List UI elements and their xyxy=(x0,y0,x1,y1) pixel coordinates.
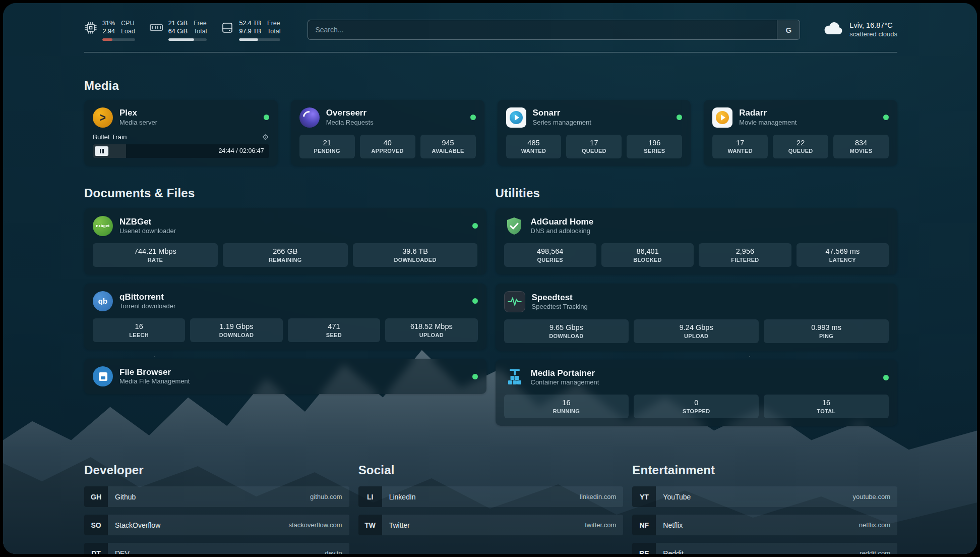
portainer-subtitle: Container management xyxy=(531,378,599,387)
stat-queued: 17 QUEUED xyxy=(566,135,622,158)
memory-progress-bar xyxy=(168,38,207,41)
disk-free-value: 52.4 TB xyxy=(239,19,261,27)
portainer-title: Media Portainer xyxy=(531,368,599,378)
memory-free-label: Free xyxy=(194,19,207,27)
dashboard-screen: 31% 2.94 CPU Load xyxy=(3,3,977,554)
nzbget-title: NZBGet xyxy=(119,216,176,227)
developer-section: Developer GH Github github.com SO StackO… xyxy=(84,463,349,554)
speedtest-icon xyxy=(504,291,525,312)
stat-filtered: 2,956 FILTERED xyxy=(699,243,791,267)
bookmark-twitter[interactable]: TW Twitter twitter.com xyxy=(358,515,624,535)
stat-upload: 618.52 Mbps UPLOAD xyxy=(385,318,477,342)
stat-blocked: 86,401 BLOCKED xyxy=(601,243,694,267)
bookmark-netflix[interactable]: NF Netflix netflix.com xyxy=(632,515,897,535)
top-bar: 31% 2.94 CPU Load xyxy=(84,19,897,41)
sonarr-status-dot xyxy=(677,115,682,120)
overseerr-card[interactable]: Overseerr Media Requests 21 PENDING 40 A… xyxy=(291,100,484,166)
speedtest-card[interactable]: Speedtest Speedtest Tracking 9.65 Gbps D… xyxy=(496,284,898,351)
radarr-icon xyxy=(712,107,732,128)
stat-remaining: 266 GB REMAINING xyxy=(223,243,348,267)
stat-downloaded: 39.6 TB DOWNLOADED xyxy=(353,243,478,267)
stat-queries: 498,564 QUERIES xyxy=(504,243,596,267)
sonarr-card[interactable]: Sonarr Series management 485 WANTED 17 Q… xyxy=(498,100,691,166)
stat-wanted: 485 WANTED xyxy=(506,135,562,158)
bookmark-dev[interactable]: DT DEV dev.to xyxy=(84,543,349,554)
search-input[interactable] xyxy=(308,20,777,39)
portainer-status-dot xyxy=(883,375,889,380)
qbittorrent-status-dot xyxy=(472,298,478,304)
gear-icon[interactable]: ⚙ xyxy=(262,133,269,141)
pause-icon[interactable] xyxy=(95,146,108,156)
nzbget-card[interactable]: nzbget NZBGet Usenet downloader 744.21 M… xyxy=(84,208,486,274)
stat-approved: 40 APPROVED xyxy=(360,135,415,158)
disk-progress-fill xyxy=(239,38,258,41)
stat-wanted: 17 WANTED xyxy=(712,135,768,158)
cpu-progress-fill xyxy=(102,38,112,41)
social-section: Social LI LinkedIn linkedin.com TW Twitt… xyxy=(358,463,624,554)
plex-title: Plex xyxy=(119,107,157,118)
stat-series: 196 SERIES xyxy=(627,135,682,158)
youtube-abbr: YT xyxy=(632,486,656,507)
disk-monitor: 52.4 TB 97.9 TB Free Total xyxy=(221,19,280,41)
cpu-usage-value: 31% xyxy=(102,19,115,27)
stat-available: 945 AVAILABLE xyxy=(420,135,476,158)
stat-upload: 9.24 Gbps UPLOAD xyxy=(634,319,759,343)
reddit-abbr: RE xyxy=(632,543,656,554)
cpu-label: CPU xyxy=(121,19,135,27)
plex-card[interactable]: > Plex Media server Bullet Train ⚙ xyxy=(84,100,278,166)
memory-total-value: 64 GiB xyxy=(168,27,188,35)
search-bar: G xyxy=(308,20,800,40)
background-snow-specks xyxy=(3,3,4,4)
radarr-status-dot xyxy=(883,115,889,120)
plex-icon: > xyxy=(93,107,113,128)
radarr-subtitle: Movie management xyxy=(739,119,797,127)
entertainment-section: Entertainment YT YouTube youtube.com NF … xyxy=(632,463,897,554)
documents-heading: Documents & Files xyxy=(84,186,486,200)
cloud-icon xyxy=(823,21,843,38)
plex-player-time: 24:44 / 02:06:47 xyxy=(218,147,264,154)
nzbget-icon: nzbget xyxy=(93,216,113,236)
nzbget-status-dot xyxy=(472,223,478,229)
adguard-card[interactable]: AdGuard Home DNS and adblocking 498,564 … xyxy=(496,208,898,274)
social-heading: Social xyxy=(358,463,624,477)
filebrowser-card[interactable]: File Browser Media File Management xyxy=(84,359,486,394)
weather-location: Lviv, 16.87°C xyxy=(849,21,897,30)
filebrowser-status-dot xyxy=(472,374,478,379)
dev-abbr: DT xyxy=(84,543,108,554)
stat-seed: 471 SEED xyxy=(288,318,380,342)
portainer-card[interactable]: Media Portainer Container management 16 … xyxy=(496,360,898,426)
filebrowser-icon xyxy=(93,366,113,386)
bookmark-stackoverflow[interactable]: SO StackOverflow stackoverflow.com xyxy=(84,515,349,535)
disk-total-label: Total xyxy=(267,27,280,35)
radarr-title: Radarr xyxy=(739,107,797,118)
filebrowser-title: File Browser xyxy=(119,367,190,377)
stat-movies: 834 MOVIES xyxy=(833,135,889,158)
qbittorrent-icon: qb xyxy=(93,291,113,311)
stat-ping: 0.993 ms PING xyxy=(764,319,889,343)
utilities-heading: Utilities xyxy=(496,186,898,200)
memory-icon xyxy=(149,19,163,36)
search-provider-button[interactable]: G xyxy=(777,20,800,39)
memory-progress-fill xyxy=(168,38,194,41)
disk-total-value: 97.9 TB xyxy=(239,27,261,35)
developer-heading: Developer xyxy=(84,463,349,477)
stat-total: 16 TOTAL xyxy=(764,395,889,418)
documents-section: Documents & Files nzbget NZBGet Usenet d… xyxy=(84,186,486,403)
radarr-card[interactable]: Radarr Movie management 17 WANTED 22 QUE… xyxy=(704,100,897,166)
memory-monitor: 21 GiB 64 GiB Free Total xyxy=(149,19,207,41)
bookmark-linkedin[interactable]: LI LinkedIn linkedin.com xyxy=(358,486,624,507)
adguard-title: AdGuard Home xyxy=(531,216,594,227)
twitter-abbr: TW xyxy=(358,515,382,535)
plex-status-dot xyxy=(264,115,269,120)
nzbget-subtitle: Usenet downloader xyxy=(119,227,176,236)
cpu-load-label: Load xyxy=(121,27,135,35)
github-abbr: GH xyxy=(84,486,108,507)
utilities-section: Utilities AdGuard Home xyxy=(496,186,898,435)
overseerr-status-dot xyxy=(470,115,476,120)
adguard-subtitle: DNS and adblocking xyxy=(531,227,594,236)
bookmark-github[interactable]: GH Github github.com xyxy=(84,486,349,507)
bookmark-youtube[interactable]: YT YouTube youtube.com xyxy=(632,486,897,507)
qbittorrent-card[interactable]: qb qBittorrent Torrent downloader 16 LEE… xyxy=(84,284,486,350)
stat-latency: 47.569 ms LATENCY xyxy=(797,243,889,267)
bookmark-reddit[interactable]: RE Reddit reddit.com xyxy=(632,543,897,554)
